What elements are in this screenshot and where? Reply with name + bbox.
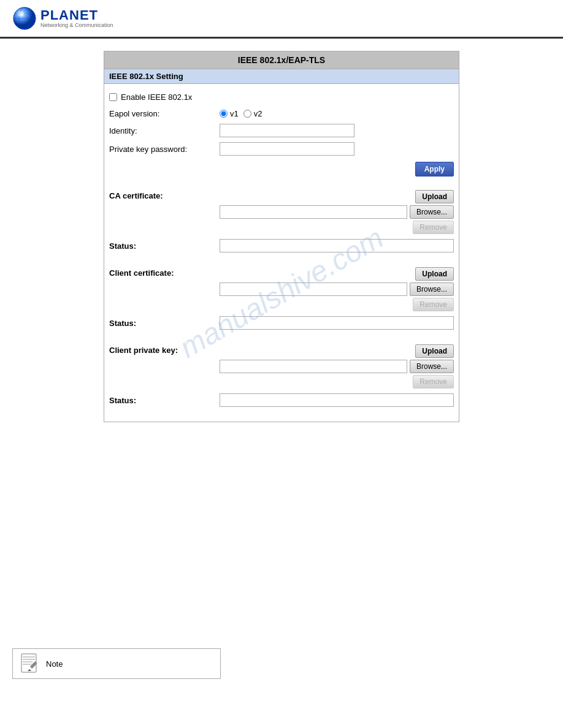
client-cert-remove-button: Remove [413, 298, 454, 311]
ca-upload-button[interactable]: Upload [415, 190, 454, 203]
ca-cert-controls: Upload Browse... Remove [220, 190, 454, 234]
identity-label: Identity: [109, 126, 220, 135]
logo: PLANET Networking & Communication [12, 6, 113, 31]
client-key-row: Client private key: Upload Browse... Rem… [109, 342, 454, 391]
private-key-input[interactable] [220, 142, 354, 156]
eapol-label: Eapol version: [109, 109, 220, 118]
client-cert-status-label: Status: [109, 319, 220, 328]
client-key-remove-button: Remove [413, 375, 454, 389]
enable-label[interactable]: Enable IEEE 802.1x [121, 93, 192, 102]
eapol-row: Eapol version: v1 v2 [104, 105, 459, 121]
client-cert-browse-button[interactable]: Browse... [410, 282, 454, 296]
client-key-label: Client private key: [109, 344, 220, 355]
eapol-v2-radio[interactable] [243, 110, 251, 118]
svg-rect-9 [23, 661, 33, 662]
client-cert-status-input[interactable] [220, 316, 454, 330]
apply-button[interactable]: Apply [415, 162, 454, 176]
svg-rect-7 [23, 656, 35, 658]
eapol-v1-label[interactable]: v1 [220, 109, 239, 118]
note-label: Note [46, 659, 63, 669]
ca-status-label: Status: [109, 241, 220, 251]
apply-row: Apply [104, 158, 459, 180]
svg-rect-8 [23, 659, 35, 660]
client-key-file-input[interactable] [220, 360, 407, 373]
ca-file-input[interactable] [220, 205, 407, 219]
eapol-v2-label[interactable]: v2 [243, 109, 262, 118]
private-key-row: Private key password: [104, 140, 459, 158]
client-key-upload-button[interactable]: Upload [415, 344, 454, 358]
form-body: Enable IEEE 802.1x Eapol version: v1 v2 [104, 84, 459, 422]
enable-row: Enable IEEE 802.1x [104, 89, 459, 105]
enable-checkbox[interactable] [109, 93, 117, 101]
logo-name: PLANET [40, 9, 113, 22]
ca-browse-button[interactable]: Browse... [410, 205, 454, 219]
panel-title: IEEE 802.1x/EAP-TLS [104, 51, 459, 69]
eapol-v1-text: v1 [230, 109, 239, 118]
header: PLANET Networking & Communication [0, 0, 563, 39]
client-cert-file-row: Browse... [220, 282, 454, 296]
main-content: IEEE 802.1x/EAP-TLS IEEE 802.1x Setting … [0, 39, 563, 434]
ca-cert-section: CA certificate: Upload Browse... Remove [104, 185, 459, 257]
client-key-browse-button[interactable]: Browse... [410, 360, 454, 373]
private-key-label: Private key password: [109, 145, 220, 154]
client-cert-controls: Upload Browse... Remove [220, 267, 454, 311]
eapol-radio-group: v1 v2 [220, 109, 262, 118]
ca-status-row: Status: [109, 237, 454, 255]
ca-cert-row: CA certificate: Upload Browse... Remove [109, 188, 454, 237]
client-key-file-row: Browse... [220, 360, 454, 373]
client-cert-section: Client certificate: Upload Browse... Rem… [104, 262, 459, 335]
panel: IEEE 802.1x/EAP-TLS IEEE 802.1x Setting … [104, 51, 459, 422]
eapol-v2-text: v2 [254, 109, 262, 118]
logo-text: PLANET Networking & Communication [40, 9, 113, 28]
ca-remove-button: Remove [413, 221, 454, 234]
client-key-section: Client private key: Upload Browse... Rem… [104, 339, 459, 412]
client-cert-file-input[interactable] [220, 282, 407, 296]
client-key-status-label: Status: [109, 396, 220, 405]
logo-subtitle: Networking & Communication [40, 22, 113, 28]
svg-point-5 [18, 12, 24, 17]
eapol-v1-radio[interactable] [220, 110, 228, 118]
client-key-controls: Upload Browse... Remove [220, 344, 454, 389]
section-header: IEEE 802.1x Setting [104, 69, 459, 84]
identity-row: Identity: [104, 121, 459, 140]
ca-cert-label: CA certificate: [109, 190, 220, 200]
ca-file-row: Browse... [220, 205, 454, 219]
note-section: Note [12, 648, 221, 679]
client-key-status-row: Status: [109, 391, 454, 409]
ca-status-input[interactable] [220, 239, 454, 252]
client-cert-label: Client certificate: [109, 267, 220, 278]
svg-rect-10 [23, 664, 31, 665]
client-cert-upload-button[interactable]: Upload [415, 267, 454, 281]
note-box: Note [12, 648, 221, 679]
client-cert-row: Client certificate: Upload Browse... Rem… [109, 265, 454, 314]
identity-input[interactable] [220, 124, 354, 137]
note-icon [19, 653, 41, 675]
logo-globe-icon [12, 6, 37, 31]
client-cert-status-row: Status: [109, 314, 454, 332]
client-key-status-input[interactable] [220, 393, 454, 407]
